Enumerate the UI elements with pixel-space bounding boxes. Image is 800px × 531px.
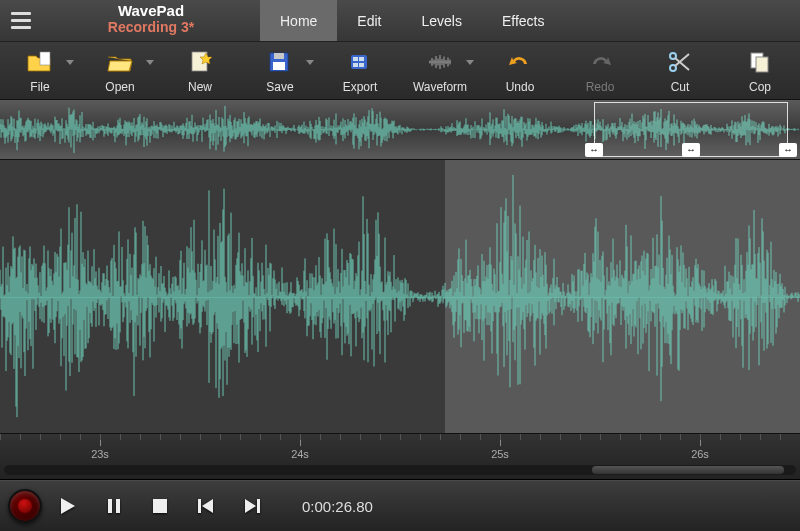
ruler-tick-minor (680, 434, 681, 440)
ruler-tick-minor (600, 434, 601, 440)
svg-rect-9 (353, 63, 358, 67)
overview-handle-right[interactable]: ↔ (779, 143, 797, 157)
cut-button[interactable]: Cut (640, 42, 720, 99)
ruler-tick-minor (520, 434, 521, 440)
undo-button[interactable]: Undo (480, 42, 560, 99)
ruler-tick-minor (40, 434, 41, 440)
ruler-tick-minor (160, 434, 161, 440)
doc-star-icon (187, 50, 213, 74)
horizontal-scrollbar[interactable] (4, 465, 796, 475)
ruler-tick-minor (440, 434, 441, 440)
ruler-tick-minor (540, 434, 541, 440)
folder-open-icon (107, 50, 133, 74)
skip-end-button[interactable] (232, 489, 272, 523)
scrollbar-thumb[interactable] (592, 466, 784, 474)
toolbar: FileOpenNewSaveExportWaveformUndoRedoCut… (0, 42, 800, 100)
svg-rect-32 (153, 499, 167, 513)
overview-handle-mid[interactable]: ↔ (682, 143, 700, 157)
cut-label: Cut (671, 80, 690, 94)
svg-marker-34 (202, 499, 213, 513)
dropdown-arrow-icon (466, 60, 474, 65)
ruler-tick-minor (360, 434, 361, 440)
record-button[interactable] (8, 489, 42, 523)
new-button[interactable]: New (160, 42, 240, 99)
ruler-label: 25s (491, 448, 509, 460)
open-button[interactable]: Open (80, 42, 160, 99)
ruler-tick-minor (560, 434, 561, 440)
file-label: File (30, 80, 49, 94)
export-button[interactable]: Export (320, 42, 400, 99)
export-label: Export (343, 80, 378, 94)
svg-rect-0 (40, 52, 50, 65)
ruler-tick-minor (660, 434, 661, 440)
tab-edit[interactable]: Edit (337, 0, 401, 41)
ruler-tick-minor (320, 434, 321, 440)
ruler-tick-minor (500, 434, 501, 440)
menu-button[interactable] (0, 0, 42, 41)
ruler-tick-minor (480, 434, 481, 440)
waveform-overview[interactable]: ↔ ↔ ↔ (0, 100, 800, 160)
ruler-tick-minor (400, 434, 401, 440)
new-label: New (188, 80, 212, 94)
ruler-tick-minor (380, 434, 381, 440)
ruler-tick-minor (460, 434, 461, 440)
ruler-tick-minor (60, 434, 61, 440)
app-name: WavePad (50, 3, 252, 20)
overview-handle-left[interactable]: ↔ (585, 143, 603, 157)
stop-button[interactable] (140, 489, 180, 523)
header-tabs: HomeEditLevelsEffects (260, 0, 565, 41)
redo-button[interactable]: Redo (560, 42, 640, 99)
export-icon (347, 50, 373, 74)
skip-start-button[interactable] (186, 489, 226, 523)
save-button[interactable]: Save (240, 42, 320, 99)
play-button[interactable] (48, 489, 88, 523)
ruler-tick-minor (80, 434, 81, 440)
waveform-button[interactable]: Waveform (400, 42, 480, 99)
open-label: Open (105, 80, 134, 94)
save-label: Save (266, 80, 293, 94)
file-button[interactable]: File (0, 42, 80, 99)
ruler-tick-minor (420, 434, 421, 440)
ruler-tick-minor (220, 434, 221, 440)
undo-icon (507, 50, 533, 74)
header-bar: WavePad Recording 3* HomeEditLevelsEffec… (0, 0, 800, 42)
ruler-tick-minor (100, 434, 101, 440)
svg-marker-29 (61, 498, 75, 514)
ruler-label: 24s (291, 448, 309, 460)
folder-doc-icon (27, 50, 53, 74)
ruler-tick-minor (780, 434, 781, 440)
ruler-tick-minor (200, 434, 201, 440)
title-block: WavePad Recording 3* (42, 0, 260, 41)
scissors-icon (667, 50, 693, 74)
tab-effects[interactable]: Effects (482, 0, 565, 41)
dropdown-arrow-icon (306, 60, 314, 65)
tab-levels[interactable]: Levels (401, 0, 481, 41)
svg-rect-33 (198, 499, 201, 513)
ruler-tick-minor (580, 434, 581, 440)
transport-bar: 0:00:26.80 (0, 480, 800, 531)
time-ruler[interactable]: 23s24s25s26s (0, 434, 800, 480)
svg-rect-5 (273, 62, 285, 70)
ruler-tick-minor (240, 434, 241, 440)
ruler-tick-minor (760, 434, 761, 440)
copy-button[interactable]: Cop (720, 42, 800, 99)
document-name: Recording 3* (50, 20, 252, 35)
ruler-tick-minor (280, 434, 281, 440)
redo-icon (587, 50, 613, 74)
redo-label: Redo (586, 80, 615, 94)
ruler-label: 26s (691, 448, 709, 460)
waveform-main[interactable] (0, 160, 800, 434)
svg-marker-35 (245, 499, 256, 513)
pause-button[interactable] (94, 489, 134, 523)
svg-rect-30 (108, 499, 112, 513)
svg-rect-4 (274, 53, 284, 59)
ruler-tick-minor (740, 434, 741, 440)
tab-home[interactable]: Home (260, 0, 337, 41)
ruler-tick-minor (120, 434, 121, 440)
ruler-tick-minor (180, 434, 181, 440)
waveform-label: Waveform (413, 80, 467, 94)
dropdown-arrow-icon (66, 60, 74, 65)
hamburger-icon (11, 12, 31, 29)
dropdown-arrow-icon (146, 60, 154, 65)
ruler-label: 23s (91, 448, 109, 460)
